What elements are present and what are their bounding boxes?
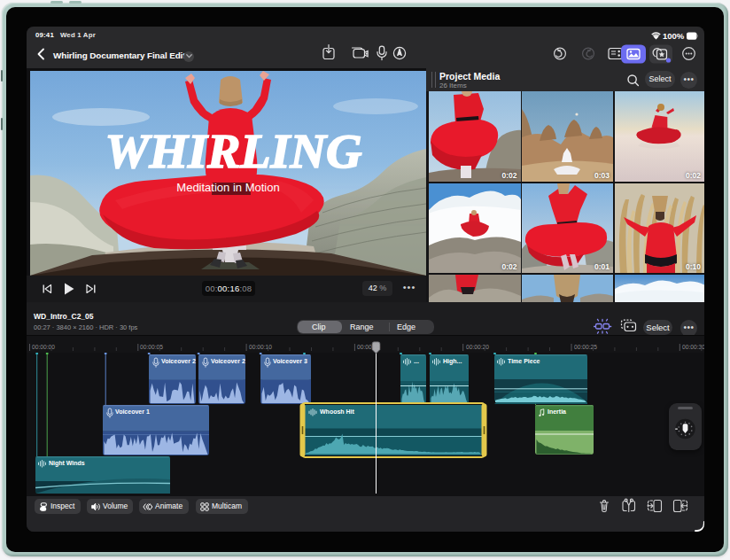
svg-text:Voiceover 2: Voiceover 2 xyxy=(161,358,196,364)
svg-text:100%: 100% xyxy=(663,31,685,41)
svg-text:00:00:30: 00:00:30 xyxy=(682,344,704,350)
svg-text:00:00:10: 00:00:10 xyxy=(249,344,272,350)
svg-text:00:00:20: 00:00:20 xyxy=(466,344,489,350)
svg-text:Time Piece: Time Piece xyxy=(508,358,540,364)
svg-text:High...: High... xyxy=(443,358,462,365)
svg-text:00:00:25: 00:00:25 xyxy=(574,344,597,350)
svg-text:Voiceover 2: Voiceover 2 xyxy=(211,358,245,364)
svg-text:Voiceover 3: Voiceover 3 xyxy=(273,358,307,364)
svg-text:Whoosh Hit: Whoosh Hit xyxy=(320,408,355,415)
svg-text:Night Winds: Night Winds xyxy=(49,460,85,467)
svg-text:Voiceover 1: Voiceover 1 xyxy=(115,408,150,415)
svg-text:Inertia: Inertia xyxy=(548,408,566,415)
svg-text:...: ... xyxy=(414,358,419,364)
